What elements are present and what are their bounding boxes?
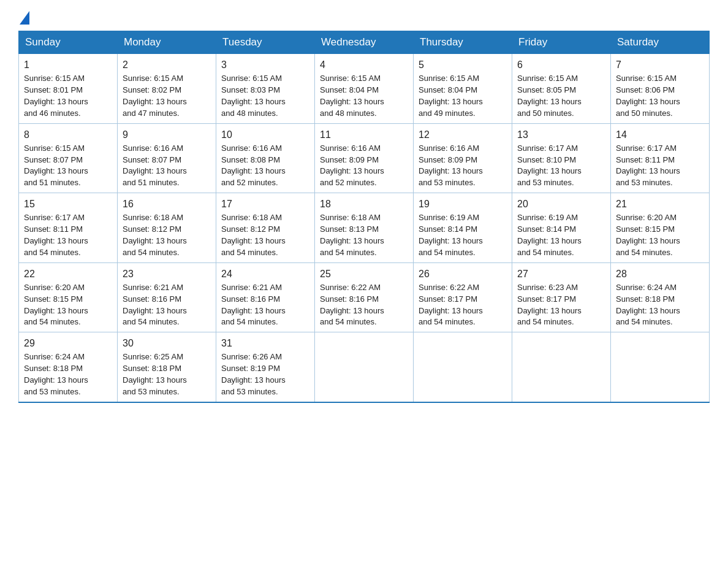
calendar-day-cell: 8Sunrise: 6:15 AMSunset: 8:07 PMDaylight… [19, 123, 118, 193]
day-info: Sunrise: 6:15 AMSunset: 8:02 PMDaylight:… [123, 73, 211, 119]
day-number: 21 [616, 197, 704, 211]
calendar-day-cell: 3Sunrise: 6:15 AMSunset: 8:03 PMDaylight… [216, 54, 315, 124]
calendar-day-cell: 4Sunrise: 6:15 AMSunset: 8:04 PMDaylight… [315, 54, 414, 124]
calendar-day-cell: 28Sunrise: 6:24 AMSunset: 8:18 PMDayligh… [611, 262, 710, 332]
calendar-day-cell: 27Sunrise: 6:23 AMSunset: 8:17 PMDayligh… [512, 262, 611, 332]
day-number: 8 [24, 128, 112, 142]
calendar-day-cell [315, 332, 414, 402]
calendar-day-cell: 31Sunrise: 6:26 AMSunset: 8:19 PMDayligh… [216, 332, 315, 402]
day-number: 6 [517, 58, 605, 72]
day-info: Sunrise: 6:18 AMSunset: 8:13 PMDaylight:… [320, 212, 408, 258]
day-number: 30 [123, 336, 211, 350]
day-number: 28 [616, 267, 704, 281]
calendar-day-cell [611, 332, 710, 402]
day-number: 9 [123, 128, 211, 142]
day-info: Sunrise: 6:16 AMSunset: 8:09 PMDaylight:… [320, 143, 408, 189]
day-info: Sunrise: 6:19 AMSunset: 8:14 PMDaylight:… [419, 212, 507, 258]
day-number: 4 [320, 58, 408, 72]
day-info: Sunrise: 6:17 AMSunset: 8:11 PMDaylight:… [616, 143, 704, 189]
day-number: 7 [616, 58, 704, 72]
calendar-day-cell: 25Sunrise: 6:22 AMSunset: 8:16 PMDayligh… [315, 262, 414, 332]
calendar-day-cell: 22Sunrise: 6:20 AMSunset: 8:15 PMDayligh… [19, 262, 118, 332]
day-number: 25 [320, 267, 408, 281]
day-info: Sunrise: 6:24 AMSunset: 8:18 PMDaylight:… [24, 351, 112, 397]
day-number: 3 [221, 58, 309, 72]
calendar-week-row: 15Sunrise: 6:17 AMSunset: 8:11 PMDayligh… [19, 193, 710, 263]
page-header [18, 12, 710, 25]
weekday-header-row: SundayMondayTuesdayWednesdayThursdayFrid… [19, 31, 710, 54]
day-info: Sunrise: 6:22 AMSunset: 8:17 PMDaylight:… [419, 282, 507, 328]
calendar-day-cell: 9Sunrise: 6:16 AMSunset: 8:07 PMDaylight… [118, 123, 216, 193]
day-number: 10 [221, 128, 309, 142]
calendar-week-row: 1Sunrise: 6:15 AMSunset: 8:01 PMDaylight… [19, 54, 710, 124]
day-number: 18 [320, 197, 408, 211]
calendar-day-cell: 19Sunrise: 6:19 AMSunset: 8:14 PMDayligh… [414, 193, 512, 263]
day-number: 23 [123, 267, 211, 281]
day-info: Sunrise: 6:15 AMSunset: 8:07 PMDaylight:… [24, 143, 112, 189]
day-number: 14 [616, 128, 704, 142]
day-info: Sunrise: 6:26 AMSunset: 8:19 PMDaylight:… [221, 351, 309, 397]
day-info: Sunrise: 6:23 AMSunset: 8:17 PMDaylight:… [517, 282, 605, 328]
day-info: Sunrise: 6:17 AMSunset: 8:11 PMDaylight:… [24, 212, 112, 258]
day-info: Sunrise: 6:15 AMSunset: 8:05 PMDaylight:… [517, 73, 605, 119]
day-info: Sunrise: 6:16 AMSunset: 8:07 PMDaylight:… [123, 143, 211, 189]
day-info: Sunrise: 6:22 AMSunset: 8:16 PMDaylight:… [320, 282, 408, 328]
day-info: Sunrise: 6:16 AMSunset: 8:09 PMDaylight:… [419, 143, 507, 189]
day-number: 20 [517, 197, 605, 211]
calendar-week-row: 22Sunrise: 6:20 AMSunset: 8:15 PMDayligh… [19, 262, 710, 332]
logo-flag-icon [20, 11, 29, 25]
weekday-header-cell: Tuesday [216, 31, 315, 54]
day-info: Sunrise: 6:18 AMSunset: 8:12 PMDaylight:… [123, 212, 211, 258]
day-number: 13 [517, 128, 605, 142]
calendar-day-cell: 26Sunrise: 6:22 AMSunset: 8:17 PMDayligh… [414, 262, 512, 332]
day-info: Sunrise: 6:15 AMSunset: 8:04 PMDaylight:… [419, 73, 507, 119]
calendar-day-cell: 15Sunrise: 6:17 AMSunset: 8:11 PMDayligh… [19, 193, 118, 263]
day-info: Sunrise: 6:17 AMSunset: 8:10 PMDaylight:… [517, 143, 605, 189]
day-number: 31 [221, 336, 309, 350]
logo [18, 12, 29, 25]
day-info: Sunrise: 6:15 AMSunset: 8:06 PMDaylight:… [616, 73, 704, 119]
calendar-day-cell: 10Sunrise: 6:16 AMSunset: 8:08 PMDayligh… [216, 123, 315, 193]
calendar-table: SundayMondayTuesdayWednesdayThursdayFrid… [18, 31, 710, 403]
day-info: Sunrise: 6:18 AMSunset: 8:12 PMDaylight:… [221, 212, 309, 258]
weekday-header-cell: Wednesday [315, 31, 414, 54]
day-number: 11 [320, 128, 408, 142]
day-info: Sunrise: 6:15 AMSunset: 8:01 PMDaylight:… [24, 73, 112, 119]
weekday-header-cell: Thursday [414, 31, 512, 54]
calendar-day-cell: 12Sunrise: 6:16 AMSunset: 8:09 PMDayligh… [414, 123, 512, 193]
calendar-day-cell: 24Sunrise: 6:21 AMSunset: 8:16 PMDayligh… [216, 262, 315, 332]
day-number: 15 [24, 197, 112, 211]
day-info: Sunrise: 6:21 AMSunset: 8:16 PMDaylight:… [123, 282, 211, 328]
calendar-day-cell: 18Sunrise: 6:18 AMSunset: 8:13 PMDayligh… [315, 193, 414, 263]
day-info: Sunrise: 6:21 AMSunset: 8:16 PMDaylight:… [221, 282, 309, 328]
calendar-day-cell: 21Sunrise: 6:20 AMSunset: 8:15 PMDayligh… [611, 193, 710, 263]
day-number: 17 [221, 197, 309, 211]
day-number: 29 [24, 336, 112, 350]
day-number: 12 [419, 128, 507, 142]
day-number: 24 [221, 267, 309, 281]
calendar-day-cell: 6Sunrise: 6:15 AMSunset: 8:05 PMDaylight… [512, 54, 611, 124]
calendar-day-cell: 14Sunrise: 6:17 AMSunset: 8:11 PMDayligh… [611, 123, 710, 193]
calendar-day-cell: 7Sunrise: 6:15 AMSunset: 8:06 PMDaylight… [611, 54, 710, 124]
day-number: 27 [517, 267, 605, 281]
day-info: Sunrise: 6:19 AMSunset: 8:14 PMDaylight:… [517, 212, 605, 258]
day-info: Sunrise: 6:20 AMSunset: 8:15 PMDaylight:… [616, 212, 704, 258]
calendar-day-cell: 23Sunrise: 6:21 AMSunset: 8:16 PMDayligh… [118, 262, 216, 332]
calendar-day-cell: 11Sunrise: 6:16 AMSunset: 8:09 PMDayligh… [315, 123, 414, 193]
day-info: Sunrise: 6:15 AMSunset: 8:03 PMDaylight:… [221, 73, 309, 119]
calendar-week-row: 29Sunrise: 6:24 AMSunset: 8:18 PMDayligh… [19, 332, 710, 402]
weekday-header-cell: Saturday [611, 31, 710, 54]
calendar-day-cell: 5Sunrise: 6:15 AMSunset: 8:04 PMDaylight… [414, 54, 512, 124]
day-info: Sunrise: 6:24 AMSunset: 8:18 PMDaylight:… [616, 282, 704, 328]
day-info: Sunrise: 6:15 AMSunset: 8:04 PMDaylight:… [320, 73, 408, 119]
day-number: 22 [24, 267, 112, 281]
day-info: Sunrise: 6:16 AMSunset: 8:08 PMDaylight:… [221, 143, 309, 189]
calendar-day-cell [512, 332, 611, 402]
weekday-header-cell: Friday [512, 31, 611, 54]
day-number: 1 [24, 58, 112, 72]
day-number: 26 [419, 267, 507, 281]
day-number: 2 [123, 58, 211, 72]
day-number: 16 [123, 197, 211, 211]
calendar-day-cell: 20Sunrise: 6:19 AMSunset: 8:14 PMDayligh… [512, 193, 611, 263]
day-info: Sunrise: 6:25 AMSunset: 8:18 PMDaylight:… [123, 351, 211, 397]
